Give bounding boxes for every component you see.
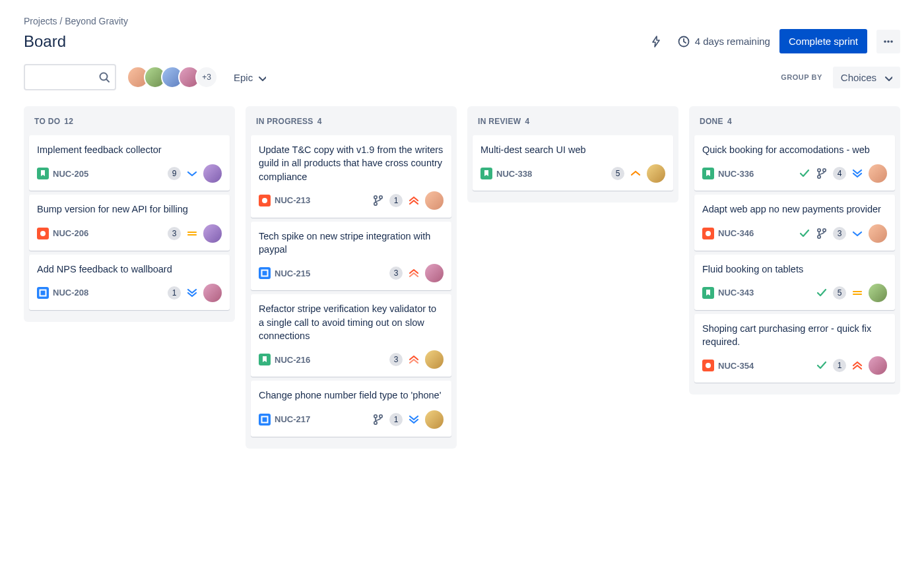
story-points: 3 bbox=[389, 353, 403, 366]
issue-type-icon bbox=[259, 354, 271, 365]
issue-key: NUC-336 bbox=[718, 169, 754, 179]
check-icon bbox=[799, 168, 810, 179]
column-inreview: IN REVIEW4 Multi-dest search UI webNUC-3… bbox=[467, 106, 678, 203]
priority-icon bbox=[851, 287, 863, 299]
card[interactable]: Adapt web app no new payments providerNU… bbox=[694, 195, 895, 250]
priority-icon bbox=[186, 168, 198, 179]
automation-button[interactable] bbox=[645, 30, 669, 53]
card[interactable]: Quick booking for accomodations - webNUC… bbox=[694, 135, 895, 191]
story-points: 3 bbox=[389, 267, 403, 280]
branch-icon bbox=[816, 168, 828, 179]
card[interactable]: Multi-dest search UI webNUC-3385 bbox=[473, 135, 673, 191]
chevron-down-icon bbox=[883, 73, 892, 82]
epic-filter[interactable]: Epic bbox=[228, 68, 271, 87]
assignee-avatar[interactable] bbox=[647, 164, 665, 183]
card[interactable]: Bump version for new API for billingNUC-… bbox=[29, 195, 230, 250]
card-title: Add NPS feedback to wallboard bbox=[37, 263, 222, 276]
complete-sprint-button[interactable]: Complete sprint bbox=[779, 29, 867, 53]
priority-icon bbox=[851, 168, 863, 179]
card[interactable]: Add NPS feedback to wallboardNUC-2081 bbox=[29, 255, 230, 310]
story-points: 3 bbox=[833, 227, 846, 240]
assignee-avatar[interactable] bbox=[203, 164, 222, 183]
issue-type-icon bbox=[702, 168, 714, 179]
issue-type-icon bbox=[259, 195, 271, 206]
issue-key: NUC-217 bbox=[275, 414, 310, 424]
assignee-avatar[interactable] bbox=[869, 164, 887, 183]
assignee-avatar[interactable] bbox=[425, 410, 444, 429]
issue-key: NUC-208 bbox=[53, 288, 88, 298]
issue-key: NUC-354 bbox=[718, 361, 754, 371]
card[interactable]: Implement feedback collectorNUC-2059 bbox=[29, 135, 230, 191]
card[interactable]: Shoping cart purchasing error - quick fi… bbox=[694, 314, 895, 383]
assignee-avatar[interactable] bbox=[869, 356, 887, 375]
card[interactable]: Change phone number field type to 'phone… bbox=[251, 381, 451, 436]
issue-type-icon bbox=[480, 168, 492, 179]
issue-key: NUC-338 bbox=[496, 169, 532, 179]
card-title: Shoping cart purchasing error - quick fi… bbox=[702, 322, 887, 349]
issue-key: NUC-346 bbox=[718, 228, 754, 238]
assignee-filter[interactable]: +3 bbox=[127, 66, 218, 88]
avatar-more[interactable]: +3 bbox=[195, 66, 218, 88]
issue-type-icon bbox=[702, 228, 714, 239]
assignee-avatar[interactable] bbox=[869, 224, 887, 243]
priority-icon bbox=[408, 195, 420, 206]
card-title: Quick booking for accomodations - web bbox=[702, 143, 887, 156]
column-todo: TO DO12 Implement feedback collectorNUC-… bbox=[24, 106, 235, 322]
breadcrumb-projects[interactable]: Projects bbox=[24, 16, 57, 26]
priority-icon bbox=[851, 228, 863, 239]
card-title: Bump version for new API for billing bbox=[37, 203, 222, 216]
branch-icon bbox=[816, 228, 828, 239]
search-input-wrapper[interactable] bbox=[24, 64, 116, 90]
priority-icon bbox=[630, 168, 642, 179]
bolt-icon bbox=[651, 36, 663, 47]
check-icon bbox=[799, 228, 810, 239]
issue-key: NUC-205 bbox=[53, 169, 88, 179]
breadcrumb: Projects / Beyond Gravity bbox=[24, 16, 900, 26]
priority-icon bbox=[408, 414, 420, 426]
search-input[interactable] bbox=[30, 72, 99, 82]
story-points: 9 bbox=[168, 167, 181, 180]
issue-key: NUC-343 bbox=[718, 288, 754, 298]
story-points: 5 bbox=[611, 167, 624, 180]
card-title: Change phone number field type to 'phone… bbox=[259, 389, 444, 402]
issue-key: NUC-215 bbox=[275, 268, 310, 278]
issue-type-icon bbox=[259, 414, 271, 426]
card[interactable]: Fluid booking on tabletsNUC-3435 bbox=[694, 255, 895, 310]
priority-icon bbox=[408, 267, 420, 279]
issue-key: NUC-213 bbox=[275, 195, 310, 205]
card-title: Update T&C copy with v1.9 from the write… bbox=[259, 143, 444, 183]
assignee-avatar[interactable] bbox=[869, 284, 887, 302]
assignee-avatar[interactable] bbox=[203, 224, 222, 243]
card[interactable]: Tech spike on new stripe integration wit… bbox=[251, 222, 451, 291]
priority-icon bbox=[186, 228, 198, 239]
page-title: Board bbox=[24, 32, 66, 51]
story-points: 1 bbox=[168, 286, 181, 300]
days-remaining: 4 days remaining bbox=[678, 36, 770, 47]
column-inprogress: IN PROGRESS4 Update T&C copy with v1.9 f… bbox=[246, 106, 457, 449]
story-points: 3 bbox=[168, 227, 181, 240]
branch-icon bbox=[372, 414, 384, 426]
card-title: Adapt web app no new payments provider bbox=[702, 203, 887, 216]
assignee-avatar[interactable] bbox=[425, 350, 444, 369]
more-actions-button[interactable] bbox=[876, 30, 900, 53]
issue-type-icon bbox=[259, 267, 271, 279]
card-title: Multi-dest search UI web bbox=[480, 143, 665, 156]
card-title: Implement feedback collector bbox=[37, 143, 222, 156]
card-title: Tech spike on new stripe integration wit… bbox=[259, 230, 444, 257]
story-points: 1 bbox=[389, 194, 403, 207]
card[interactable]: Refactor stripe verification key validat… bbox=[251, 294, 451, 377]
issue-type-icon bbox=[37, 228, 49, 239]
assignee-avatar[interactable] bbox=[203, 284, 222, 302]
priority-icon bbox=[186, 287, 198, 299]
issue-key: NUC-216 bbox=[275, 355, 310, 365]
card[interactable]: Update T&C copy with v1.9 from the write… bbox=[251, 135, 451, 218]
priority-icon bbox=[408, 354, 420, 365]
group-by-dropdown[interactable]: Choices bbox=[833, 67, 900, 88]
assignee-avatar[interactable] bbox=[425, 264, 444, 282]
issue-key: NUC-206 bbox=[53, 228, 88, 238]
breadcrumb-project[interactable]: Beyond Gravity bbox=[65, 16, 128, 26]
chevron-down-icon bbox=[257, 73, 266, 82]
issue-type-icon bbox=[37, 168, 49, 179]
assignee-avatar[interactable] bbox=[425, 191, 444, 210]
check-icon bbox=[816, 287, 828, 299]
